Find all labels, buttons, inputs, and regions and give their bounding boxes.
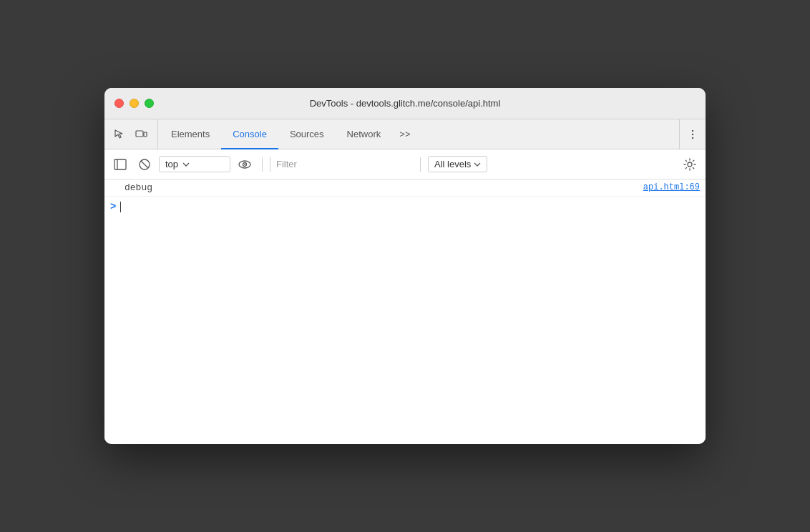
- filter-input[interactable]: [270, 157, 413, 172]
- inspect-element-icon[interactable]: [110, 125, 129, 144]
- tab-console[interactable]: Console: [221, 120, 278, 149]
- tabs: Elements Console Sources Network >>: [160, 119, 679, 149]
- console-input-line[interactable]: >: [104, 197, 706, 217]
- settings-button[interactable]: [680, 154, 700, 174]
- live-expressions-button[interactable]: [235, 154, 255, 174]
- devtools-window: DevTools - devtools.glitch.me/console/ap…: [104, 88, 706, 444]
- more-tabs-button[interactable]: >>: [392, 119, 417, 149]
- svg-point-12: [688, 162, 692, 167]
- tab-network[interactable]: Network: [336, 120, 393, 149]
- window-title: DevTools - devtools.glitch.me/console/ap…: [310, 98, 501, 109]
- svg-point-4: [692, 137, 693, 138]
- clear-console-button[interactable]: [135, 154, 155, 174]
- device-toolbar-icon[interactable]: [132, 125, 150, 144]
- title-bar: DevTools - devtools.glitch.me/console/ap…: [104, 88, 706, 119]
- toolbar-separator-1: [262, 157, 263, 172]
- log-levels-button[interactable]: All levels: [428, 156, 487, 172]
- console-toolbar: top All levels: [104, 149, 706, 179]
- svg-rect-0: [136, 131, 143, 137]
- console-entry-source-link[interactable]: api.html:69: [643, 182, 700, 192]
- svg-point-3: [692, 133, 693, 134]
- close-button[interactable]: [114, 99, 124, 108]
- maximize-button[interactable]: [145, 99, 154, 108]
- console-prompt: >: [110, 201, 116, 212]
- tab-bar: Elements Console Sources Network >>: [104, 119, 706, 149]
- svg-rect-1: [144, 132, 147, 137]
- console-area[interactable]: debug api.html:69 >: [104, 179, 706, 444]
- devtools-menu-button[interactable]: [679, 119, 706, 149]
- svg-point-11: [244, 164, 245, 165]
- sidebar-toggle-button[interactable]: [110, 154, 130, 174]
- svg-rect-5: [114, 159, 126, 169]
- console-entry: debug api.html:69: [104, 179, 706, 197]
- svg-point-2: [692, 129, 693, 131]
- tab-elements[interactable]: Elements: [160, 120, 221, 149]
- context-selector[interactable]: top: [159, 156, 230, 172]
- traffic-lights: [114, 99, 154, 108]
- svg-line-8: [141, 161, 148, 168]
- toolbar-separator-2: [420, 157, 421, 172]
- minimize-button[interactable]: [130, 99, 139, 108]
- tab-sources[interactable]: Sources: [278, 120, 336, 149]
- console-cursor: [120, 202, 121, 212]
- tab-bar-icons: [110, 119, 158, 149]
